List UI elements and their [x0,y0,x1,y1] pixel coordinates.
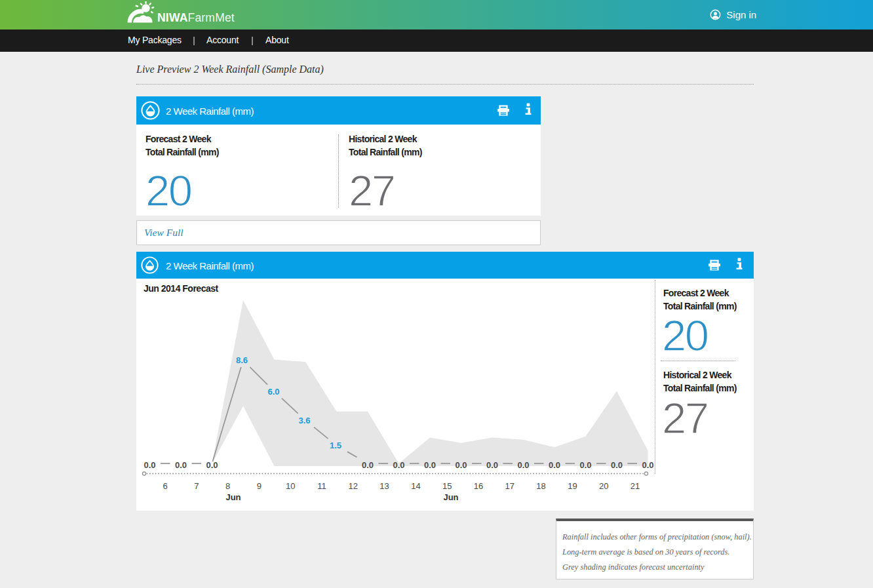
svg-text:3.6: 3.6 [298,416,310,425]
svg-text:0.0: 0.0 [362,460,374,470]
svg-text:16: 16 [474,481,483,491]
svg-text:Jun: Jun [225,492,241,502]
svg-text:14: 14 [411,481,420,491]
svg-text:12: 12 [349,481,358,491]
svg-text:13: 13 [379,481,389,491]
svg-text:Jun 2014 Forecast: Jun 2014 Forecast [144,283,219,294]
svg-text:15: 15 [442,481,452,491]
svg-text:1.5: 1.5 [330,441,341,450]
svg-text:0.0: 0.0 [579,460,591,470]
svg-text:10: 10 [286,481,295,491]
svg-text:0.0: 0.0 [611,460,623,470]
svg-text:11: 11 [317,481,326,491]
svg-text:0.0: 0.0 [144,460,155,470]
svg-text:17: 17 [505,481,514,491]
svg-text:0.0: 0.0 [486,460,498,470]
svg-text:0.0: 0.0 [455,460,467,470]
svg-text:18: 18 [536,481,545,491]
svg-text:20: 20 [599,481,608,491]
svg-text:0.0: 0.0 [549,460,560,470]
svg-text:0.0: 0.0 [175,460,187,470]
svg-text:9: 9 [257,481,262,491]
svg-text:8: 8 [225,481,230,491]
svg-text:0.0: 0.0 [642,460,653,470]
svg-text:6.0: 6.0 [267,387,279,397]
svg-text:0.0: 0.0 [206,460,218,470]
svg-text:21: 21 [630,481,640,491]
svg-text:7: 7 [194,481,199,491]
svg-text:6: 6 [163,481,167,491]
svg-text:Jun: Jun [443,492,458,502]
svg-text:0.0: 0.0 [393,460,404,470]
svg-text:0.0: 0.0 [424,460,436,470]
svg-text:19: 19 [568,481,577,491]
svg-text:8.6: 8.6 [236,355,248,365]
svg-text:0.0: 0.0 [517,460,529,470]
